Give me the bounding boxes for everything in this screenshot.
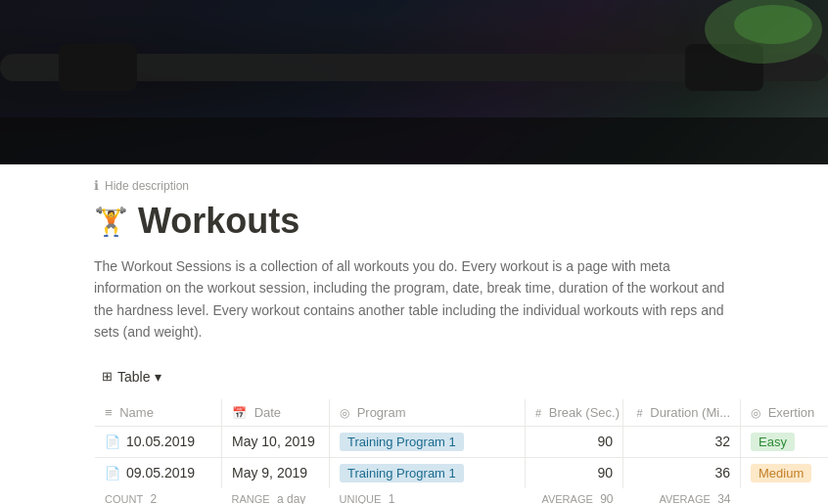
- col-header-date: 📅 Date: [222, 398, 330, 426]
- cell-duration: 32: [623, 426, 741, 457]
- col-header-exertion: ◎ Exertion: [741, 398, 829, 426]
- table-label: Table: [117, 369, 150, 385]
- page-emoji: 🏋️: [94, 206, 128, 238]
- exertion-footer-cell: [741, 488, 829, 504]
- workouts-table: ≡ Name 📅 Date ◎ Program # Break (Sec.) #: [94, 398, 828, 504]
- duration-col-icon: #: [637, 407, 643, 419]
- hide-description-label: Hide description: [105, 179, 189, 193]
- page-title-text: Workouts: [138, 201, 299, 242]
- table-toolbar: ⊞ Table ▾: [94, 365, 734, 389]
- table-row[interactable]: 📄10.05.2019May 10, 2019Training Program …: [95, 426, 829, 457]
- table-icon: ⊞: [102, 369, 113, 384]
- svg-rect-2: [59, 44, 137, 91]
- col-header-break: # Break (Sec.): [526, 398, 623, 426]
- avg-duration-cell: AVERAGE 34: [623, 488, 741, 504]
- svg-point-5: [734, 5, 812, 44]
- cell-name: 📄09.05.2019: [95, 457, 222, 488]
- program-tag: Training Program 1: [340, 433, 464, 451]
- col-header-duration: # Duration (Mi...: [623, 398, 741, 426]
- cell-break: 90: [526, 426, 623, 457]
- cell-duration: 36: [623, 457, 741, 488]
- avg-break-cell: AVERAGE 90: [526, 488, 623, 504]
- exertion-tag: Medium: [751, 464, 811, 482]
- col-header-name: ≡ Name: [95, 398, 222, 426]
- info-icon: ℹ: [94, 178, 99, 193]
- cell-break: 90: [526, 457, 623, 488]
- page-title: 🏋️ Workouts: [94, 201, 734, 242]
- col-header-program: ◎ Program: [330, 398, 526, 426]
- range-cell: RANGE a day: [222, 488, 330, 504]
- doc-icon: 📄: [105, 435, 120, 449]
- break-col-icon: #: [535, 407, 541, 419]
- chevron-down-icon: ▾: [155, 369, 161, 385]
- svg-rect-6: [0, 117, 828, 164]
- cell-exertion: Easy: [741, 426, 829, 457]
- table-header-row: ≡ Name 📅 Date ◎ Program # Break (Sec.) #: [95, 398, 829, 426]
- cell-date: May 9, 2019: [222, 457, 330, 488]
- cell-exertion: Medium: [741, 457, 829, 488]
- cell-program: Training Program 1: [330, 457, 526, 488]
- page-description: The Workout Sessions is a collection of …: [94, 255, 734, 344]
- table-view-button[interactable]: ⊞ Table ▾: [94, 365, 169, 389]
- cell-name: 📄10.05.2019: [95, 426, 222, 457]
- table-row[interactable]: 📄09.05.2019May 9, 2019Training Program 1…: [95, 457, 829, 488]
- count-cell: COUNT 2: [95, 488, 222, 504]
- program-col-icon: ◎: [340, 406, 349, 420]
- program-tag: Training Program 1: [340, 464, 464, 482]
- table-footer-row: COUNT 2 RANGE a day UNIQUE 1 AVERAGE 90 …: [95, 488, 829, 504]
- exertion-tag: Easy: [751, 433, 795, 451]
- exertion-col-icon: ◎: [751, 406, 760, 420]
- name-col-icon: ≡: [105, 405, 113, 420]
- unique-cell: UNIQUE 1: [330, 488, 526, 504]
- date-col-icon: 📅: [232, 406, 247, 420]
- doc-icon: 📄: [105, 466, 120, 481]
- hero-image: [0, 0, 828, 164]
- cell-date: May 10, 2019: [222, 426, 330, 457]
- hide-description-row[interactable]: ℹ Hide description: [94, 178, 734, 193]
- cell-program: Training Program 1: [330, 426, 526, 457]
